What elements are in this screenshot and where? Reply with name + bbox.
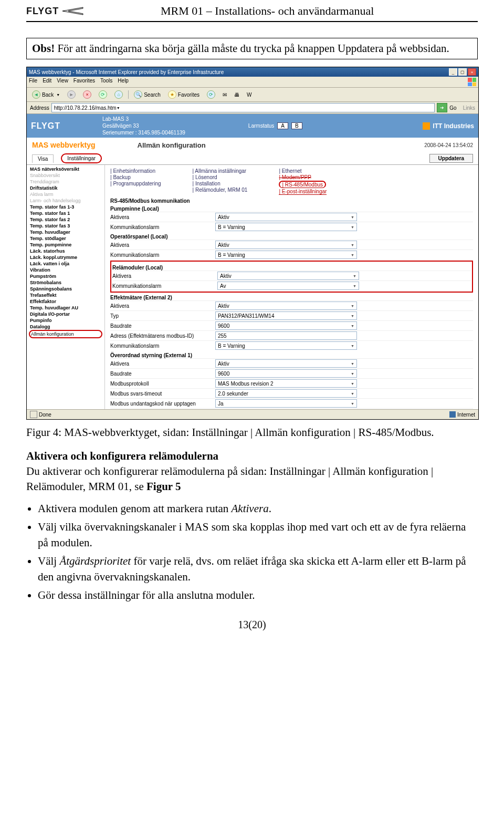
sidebar-item[interactable]: Trenddiagram bbox=[29, 179, 102, 185]
sidebar-item[interactable]: Temp. stator fas 3 bbox=[29, 223, 102, 229]
edit-icon[interactable]: W bbox=[245, 91, 254, 99]
stop-button[interactable]: × bbox=[81, 89, 93, 100]
forward-button[interactable]: ► bbox=[65, 89, 78, 100]
text-input[interactable]: 255 bbox=[215, 331, 357, 340]
dropdown[interactable]: MAS Modbus revision 2▼ bbox=[215, 379, 357, 388]
mail-icon[interactable]: ✉ bbox=[220, 91, 229, 99]
update-button[interactable]: Uppdatera bbox=[429, 154, 473, 163]
back-button[interactable]: ◄Back▼ bbox=[30, 89, 62, 100]
link-item[interactable]: | Programuppdatering bbox=[110, 181, 161, 186]
search-button[interactable]: 🔍Search bbox=[132, 89, 163, 100]
dropdown[interactable]: Aktiv▼ bbox=[217, 272, 359, 280]
sidebar-item[interactable]: Aktiva larm bbox=[29, 191, 102, 198]
sidebar-item[interactable]: Temp. huvudlager AU bbox=[29, 305, 102, 311]
dropdown[interactable]: 9600▼ bbox=[215, 321, 357, 330]
sidebar-item[interactable]: Allmän konfiguration bbox=[29, 330, 102, 338]
sidebar-item[interactable]: MAS nätverksöversikt bbox=[29, 166, 102, 172]
sidebar-item[interactable]: Effektfaktor bbox=[29, 298, 102, 305]
dropdown[interactable]: 9600▼ bbox=[215, 369, 357, 378]
sidebar: MAS nätverksöversiktSnabböversiktTrenddi… bbox=[27, 165, 105, 409]
link-item[interactable]: | Relämoduler, MRM 01 bbox=[193, 187, 248, 193]
bullet-list: Aktivera modulen genom att markera rutan… bbox=[38, 501, 478, 603]
sidebar-item[interactable]: Spänningsobalans bbox=[29, 286, 102, 292]
home-button[interactable]: ⌂ bbox=[112, 89, 125, 100]
sidebar-item[interactable]: Datalogg bbox=[29, 324, 102, 330]
minimize-button[interactable]: _ bbox=[449, 68, 457, 76]
dropdown[interactable]: Av▼ bbox=[217, 282, 359, 290]
sidebar-item[interactable]: Temp. stator fas 1-3 bbox=[29, 204, 102, 210]
sidebar-item[interactable]: Temp. pumpminne bbox=[29, 242, 102, 248]
link-item[interactable]: | Enhetsinformation bbox=[110, 168, 161, 174]
sidebar-item[interactable]: Läck. vatten i olja bbox=[29, 261, 102, 267]
favorites-button[interactable]: ★Favorites bbox=[166, 89, 202, 100]
refresh-button[interactable]: ⟳ bbox=[97, 89, 109, 100]
dropdown[interactable]: B = Varning▼ bbox=[215, 251, 357, 259]
timestamp: 2008-04-24 13:54:02 bbox=[424, 142, 473, 148]
tab-installningar[interactable]: Inställningar bbox=[61, 153, 102, 163]
sidebar-item[interactable]: Trefaseffekt bbox=[29, 292, 102, 298]
menu-file[interactable]: File bbox=[29, 78, 37, 86]
menu-help[interactable]: Help bbox=[118, 78, 129, 86]
link-item-red[interactable]: | E-post-inställningar bbox=[279, 189, 327, 195]
sidebar-item[interactable]: Strömobalans bbox=[29, 279, 102, 286]
history-button[interactable]: ⟳ bbox=[205, 89, 217, 100]
document-header: FLYGT MRM 01 – Installations- och använd… bbox=[26, 0, 478, 22]
link-columns: | Enhetsinformation | Backup | Programup… bbox=[110, 168, 473, 195]
dropdown[interactable]: Aktiv▼ bbox=[215, 241, 357, 249]
sidebar-item[interactable]: Driftstatistik bbox=[29, 185, 102, 191]
dropdown[interactable]: B = Varning▼ bbox=[215, 223, 357, 231]
dropdown[interactable]: Ja▼ bbox=[215, 399, 357, 408]
tab-visa[interactable]: Visa bbox=[32, 154, 54, 163]
page-heading: Allmän konfiguration bbox=[138, 141, 206, 149]
sidebar-item[interactable]: Pumpström bbox=[29, 273, 102, 279]
sidebar-item[interactable]: Temp. stator fas 2 bbox=[29, 216, 102, 223]
alarm-status: Larmstatus A B bbox=[248, 122, 302, 129]
sidebar-item[interactable]: Digitala I/O-portar bbox=[29, 311, 102, 317]
link-item[interactable]: | Ethernet bbox=[279, 168, 327, 174]
link-item[interactable]: | Lösenord bbox=[193, 174, 248, 180]
link-item[interactable]: | Allmänna inställningar bbox=[193, 168, 248, 174]
dropdown[interactable]: 2.0 sekunder▼ bbox=[215, 389, 357, 398]
maximize-button[interactable]: ▢ bbox=[458, 68, 467, 76]
go-button[interactable]: ➜ bbox=[437, 103, 447, 112]
sidebar-item[interactable]: Larm- och händelselogg bbox=[29, 198, 102, 204]
link-rs485-highlight[interactable]: | RS-485/Modbus bbox=[279, 181, 327, 188]
close-button[interactable]: × bbox=[468, 68, 476, 76]
link-item-struck[interactable]: | Modem/PPP bbox=[279, 174, 327, 180]
address-input[interactable]: http://10.78.22.16/mas.htm ▼ bbox=[51, 103, 435, 112]
window-title: MAS webbverktyg - Microsoft Internet Exp… bbox=[29, 69, 224, 75]
dropdown[interactable]: PAN312/PAN311/WM14▼ bbox=[215, 311, 357, 320]
main-pane: | Enhetsinformation | Backup | Programup… bbox=[105, 165, 478, 409]
section-panel: Operatörspanel (Local) bbox=[110, 234, 473, 240]
sidebar-item[interactable]: Pumpinfo bbox=[29, 317, 102, 324]
obs-text: För att ändringarna ska börja gälla måst… bbox=[55, 42, 449, 55]
figure-caption: Figur 4: MAS-webbverktyget, sidan: Instä… bbox=[26, 426, 478, 439]
menu-view[interactable]: View bbox=[57, 78, 68, 86]
print-icon[interactable]: 🖶 bbox=[232, 91, 242, 99]
section-over: Överordnad styrning (External 1) bbox=[110, 352, 473, 358]
sidebar-item[interactable]: Snabböversikt bbox=[29, 172, 102, 179]
itt-logo: ITT Industries bbox=[423, 122, 474, 130]
menu-favorites[interactable]: Favorites bbox=[74, 78, 95, 86]
dropdown[interactable]: Aktiv▼ bbox=[215, 302, 357, 310]
dropdown[interactable]: Aktiv▼ bbox=[215, 359, 357, 368]
section-paragraph: Du aktiverar och konfigurerar relämodule… bbox=[26, 464, 478, 494]
page-number: 13(20) bbox=[26, 619, 478, 631]
alarm-badge-b: B bbox=[291, 122, 302, 129]
sidebar-item[interactable]: Temp. stator fas 1 bbox=[29, 210, 102, 216]
relamoduler-highlight: Relämoduler (Local) AktiveraAktiv▼ Kommu… bbox=[110, 261, 473, 293]
done-icon bbox=[30, 411, 37, 418]
sidebar-item[interactable]: Temp. stödlager bbox=[29, 235, 102, 242]
dropdown[interactable]: B = Varning▼ bbox=[215, 341, 357, 350]
dropdown[interactable]: Aktiv▼ bbox=[215, 213, 357, 221]
sidebar-item[interactable]: Läck. koppl.utrymme bbox=[29, 254, 102, 261]
document-title: MRM 01 – Installations- och användarmanu… bbox=[93, 4, 478, 18]
link-item[interactable]: | Backup bbox=[110, 174, 161, 180]
sidebar-item[interactable]: Temp. huvudlager bbox=[29, 229, 102, 235]
menu-edit[interactable]: Edit bbox=[43, 78, 51, 86]
link-item[interactable]: | Installation bbox=[193, 181, 248, 186]
site-banner: FLYGT Lab-MAS 3 Gesällvägen 33 Serienumm… bbox=[27, 114, 478, 138]
menu-tools[interactable]: Tools bbox=[100, 78, 112, 86]
sidebar-item[interactable]: Vibration bbox=[29, 267, 102, 273]
sidebar-item[interactable]: Läck. statorhus bbox=[29, 248, 102, 254]
